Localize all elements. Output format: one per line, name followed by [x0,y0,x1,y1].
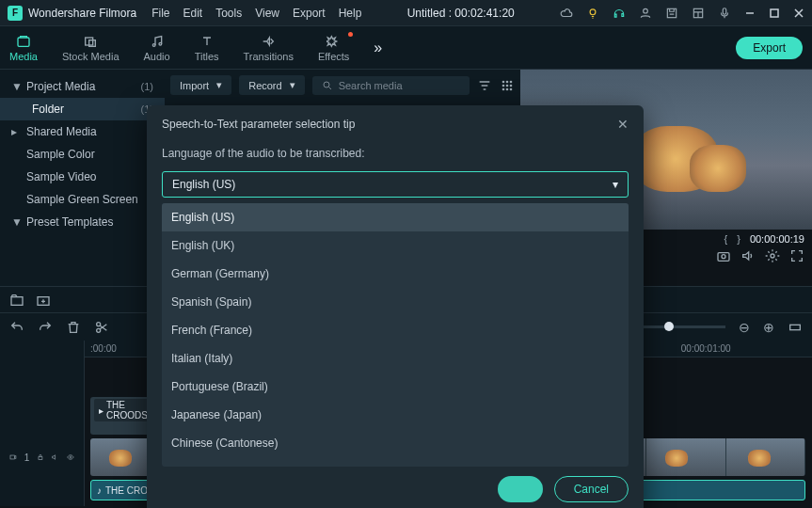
browser-toolbar: Import ▾ Record ▾ Search media [170,75,515,95]
layout-icon[interactable] [692,7,705,20]
zoom-out-icon[interactable]: ⊖ [739,320,750,335]
option-ja[interactable]: Japanese (Japan) [162,401,629,429]
search-icon [322,80,333,91]
option-de[interactable]: German (Germany) [162,260,629,288]
cloud-icon[interactable] [560,7,573,20]
user-icon[interactable] [639,7,652,20]
svg-rect-2 [667,8,676,17]
save-icon[interactable] [665,7,678,20]
mark-in-icon[interactable]: { [724,233,728,245]
sidebar-shared-media[interactable]: ▸ Shared Media [0,120,165,143]
svg-rect-29 [790,325,801,329]
sidebar-sample-color[interactable]: Sample Color [0,143,165,166]
menu-export[interactable]: Export [293,7,326,20]
menu-help[interactable]: Help [339,7,362,20]
option-en-uk[interactable]: English (UK) [162,231,629,260]
lock-icon[interactable] [37,452,44,462]
cut-icon[interactable] [94,320,109,335]
chevron-down-icon: ▾ [613,178,618,191]
lightbulb-icon[interactable] [586,7,599,20]
svg-point-32 [70,456,72,458]
minimize-icon[interactable] [744,8,756,19]
svg-point-17 [510,84,513,87]
app-logo-icon: F [8,6,23,21]
visibility-icon[interactable] [67,452,74,462]
snapshot-icon[interactable] [716,248,731,263]
mark-out-icon[interactable]: } [737,233,740,245]
video-track-icon [9,452,17,462]
option-zh-cant[interactable]: Chinese (Cantonese) [162,429,629,457]
delete-icon[interactable] [66,320,81,335]
svg-point-16 [506,84,509,87]
modal-title: Speech-to-Text parameter selection tip [162,118,355,131]
modal-header: Speech-to-Text parameter selection tip ✕ [147,105,644,143]
chevron-down-icon: ▾ [216,79,222,91]
import-dropdown[interactable]: Import ▾ [170,75,231,95]
sidebar-project-media[interactable]: ▼ Project Media (1) [0,75,165,98]
more-tabs-icon[interactable]: » [374,40,382,56]
export-button[interactable]: Export [736,37,803,59]
record-dropdown[interactable]: Record ▾ [239,75,304,95]
zoom-in-icon[interactable]: ⊕ [763,320,774,335]
effects-icon [326,34,342,49]
folder-icon[interactable] [9,293,24,308]
filter-icon[interactable] [477,78,492,93]
option-fr[interactable]: French (France) [162,316,629,344]
settings-icon[interactable] [765,248,780,263]
fit-timeline-icon[interactable] [788,320,803,335]
search-input[interactable]: Search media [312,76,470,95]
tab-media[interactable]: Media [9,34,38,62]
track-header-main[interactable]: 1 [0,438,84,476]
svg-point-11 [324,82,329,87]
mic-icon[interactable] [718,7,731,20]
headphones-icon[interactable] [613,7,626,20]
tab-titles[interactable]: Titles [195,34,219,62]
svg-point-15 [502,84,505,87]
menu-file[interactable]: File [151,7,169,20]
new-folder-icon[interactable] [36,293,51,308]
svg-point-1 [644,8,648,13]
sidebar-sample-video[interactable]: Sample Video [0,166,165,188]
svg-point-19 [506,87,509,90]
menu-tools[interactable]: Tools [215,7,242,20]
undo-icon[interactable] [9,320,24,335]
fullscreen-icon[interactable] [789,248,804,263]
language-select[interactable]: English (US) ▾ [162,171,629,198]
language-label: Language of the audio to be transcribed: [162,147,629,160]
redo-icon[interactable] [38,320,53,335]
option-pt[interactable]: Portuguese (Brazil) [162,373,629,401]
track-header-video[interactable] [0,397,84,435]
tab-audio[interactable]: Audio [144,34,170,62]
maximize-icon[interactable] [769,8,780,19]
svg-point-18 [502,87,505,90]
zoom-slider[interactable] [641,325,725,328]
modal-close-icon[interactable]: ✕ [617,117,629,132]
mute-icon[interactable] [52,452,59,462]
sidebar-folder[interactable]: Folder (1) [0,98,165,120]
cancel-button[interactable]: Cancel [554,476,629,502]
svg-rect-21 [718,253,729,262]
stock-icon [83,34,98,49]
track-headers: 1 [0,341,85,506]
option-it[interactable]: Italian (Italy) [162,344,629,373]
menu-view[interactable]: View [255,7,279,20]
volume-icon[interactable] [740,248,756,263]
close-icon[interactable] [793,8,804,19]
chevron-down-icon: ▾ [290,79,295,91]
tab-transitions[interactable]: Transitions [244,34,294,62]
svg-point-13 [506,80,509,83]
option-zh-tw[interactable]: Chinese (Mandarin, TW) [162,457,629,467]
grid-view-icon[interactable] [500,78,515,93]
option-en-us[interactable]: English (US) [162,203,629,231]
option-es[interactable]: Spanish (Spain) [162,288,629,316]
svg-point-14 [510,80,513,83]
ok-button[interactable] [498,476,543,502]
title-actions [560,7,804,20]
menu-edit[interactable]: Edit [183,7,203,20]
tab-effects[interactable]: Effects [318,34,349,62]
svg-point-0 [590,8,596,14]
sidebar-preset-templates[interactable]: ▼ Preset Templates [0,211,165,233]
sidebar-sample-green[interactable]: Sample Green Screen [0,188,165,211]
tab-stock-media[interactable]: Stock Media [62,34,119,62]
titles-icon [199,34,215,49]
